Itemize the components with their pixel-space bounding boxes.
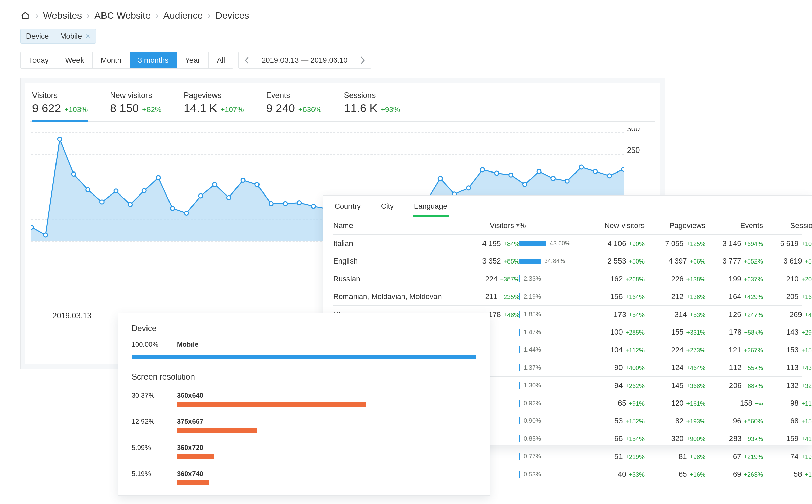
prev-range-button[interactable] [239,52,255,68]
chevron-right-icon: › [155,9,158,21]
table-row[interactable]: Romanian, Moldavian, Moldovan 211+235% 2… [333,288,802,306]
th-sessions[interactable]: Sessions [763,221,812,230]
th-new-visitors[interactable]: New visitors [584,221,645,230]
table-row[interactable]: Russian 224+387% 2.33% 162+268% 226+138%… [333,270,802,288]
range-option-week[interactable]: Week [57,52,93,68]
date-navigator: 2019.03.13 — 2019.06.10 [238,52,371,69]
svg-point-1 [44,233,48,237]
range-option-today[interactable]: Today [21,52,57,68]
ytick-300: 300 [627,128,655,134]
crumb-abc-website[interactable]: ABC Website [94,9,151,21]
crumb-websites[interactable]: Websites [43,9,82,21]
svg-point-39 [579,165,583,169]
chevron-right-icon: › [207,9,210,21]
svg-point-19 [297,201,301,205]
crumb-audience[interactable]: Audience [163,9,203,21]
filter-key[interactable]: Device [21,29,54,43]
svg-point-3 [72,172,76,176]
svg-point-15 [241,178,245,182]
crumb-devices[interactable]: Devices [216,9,249,21]
svg-point-6 [114,189,118,193]
th-visitors-sorted[interactable]: Visitors [452,221,519,230]
screen-resolution-title: Screen resolution [132,372,476,382]
range-option-all[interactable]: All [209,52,233,68]
resolution-row: 5.19% 360x740 [132,464,476,490]
metric-tab-visitors[interactable]: Visitors 9 622+103% [32,91,88,121]
svg-point-20 [311,204,315,208]
metric-tab-pageviews[interactable]: Pageviews 14.1 K+107% [184,91,244,121]
th-name[interactable]: Name [333,221,452,230]
tab-language[interactable]: Language [413,202,449,217]
svg-point-7 [128,203,132,207]
resolution-row: 5.99% 360x720 [132,438,476,464]
chevron-right-icon: › [35,9,38,21]
filter-value[interactable]: Mobile ✕ [54,29,96,43]
svg-point-17 [269,202,273,206]
svg-point-40 [593,169,597,174]
svg-point-10 [171,206,175,210]
tab-country[interactable]: Country [333,202,362,217]
ytick-250: 250 [627,145,655,155]
tab-city[interactable]: City [380,202,395,217]
svg-point-8 [142,188,146,192]
breadcrumb: › Websites › ABC Website › Audience › De… [20,9,812,21]
svg-point-42 [622,167,624,171]
metric-tab-new-visitors[interactable]: New visitors 8 150+82% [110,91,161,121]
svg-point-11 [184,211,188,215]
svg-point-12 [199,194,203,198]
svg-point-37 [551,176,555,180]
metric-tabs: Visitors 9 622+103%New visitors 8 150+82… [25,83,660,121]
device-section-title: Device [132,323,476,334]
svg-point-38 [565,179,569,183]
home-icon[interactable] [20,10,30,21]
device-row: 100.00% Mobile [132,338,476,362]
svg-point-0 [31,225,33,229]
svg-point-5 [100,200,104,204]
th-percent[interactable]: % [519,221,584,230]
close-icon[interactable]: ✕ [85,32,90,40]
resolution-row: 30.37% 360x640 [132,386,476,412]
chevron-right-icon: › [87,9,90,21]
svg-point-14 [227,196,231,200]
range-option-3-months[interactable]: 3 months [130,52,177,68]
svg-point-32 [480,167,484,171]
table-header-row: Name Visitors % New visitors Pageviews E… [333,217,802,235]
svg-point-13 [213,182,217,186]
resolution-row: 12.92% 375x667 [132,412,476,438]
th-events[interactable]: Events [705,221,763,230]
date-range-label[interactable]: 2019.03.13 — 2019.06.10 [255,52,354,68]
device-breakdown-card: Device 100.00% Mobile Screen resolution … [118,313,490,496]
next-range-button[interactable] [354,52,371,68]
svg-point-9 [156,176,160,180]
table-row[interactable]: Italian 4 195+84% 43.60% 4 106+90% 7 055… [333,235,802,253]
metric-tab-events[interactable]: Events 9 240+636% [266,91,322,121]
metric-tab-sessions[interactable]: Sessions 11.6 K+93% [344,91,400,121]
date-range-segmented: TodayWeekMonth3 monthsYearAll [20,52,233,69]
svg-point-33 [495,171,499,175]
svg-point-41 [607,174,611,178]
svg-point-35 [523,182,527,186]
svg-point-18 [283,202,287,206]
range-option-month[interactable]: Month [93,52,130,68]
caret-down-icon [516,224,519,227]
svg-point-34 [509,173,513,177]
svg-point-29 [438,176,442,180]
svg-point-31 [467,186,471,190]
th-pageviews[interactable]: Pageviews [645,221,705,230]
svg-point-2 [58,137,62,141]
svg-point-16 [255,182,259,186]
table-row[interactable]: English 3 352+85% 34.84% 2 553+50% 4 397… [333,252,802,270]
chart-x-start-label: 2019.03.13 [52,311,91,321]
svg-point-4 [86,188,90,192]
svg-point-36 [537,169,541,174]
range-option-year[interactable]: Year [177,52,208,68]
